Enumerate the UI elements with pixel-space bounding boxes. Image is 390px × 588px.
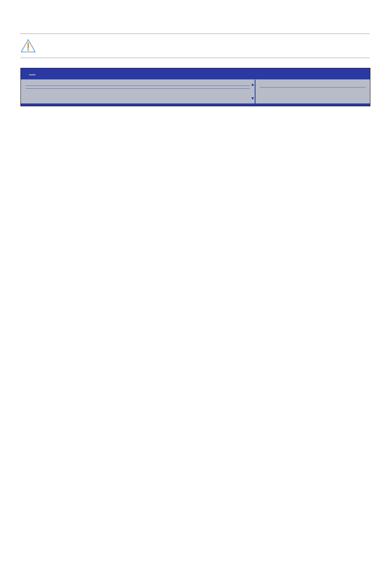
bios-scrollbar[interactable]: ▲ ▼ <box>250 80 256 103</box>
bios-tab-advanced[interactable] <box>29 74 36 75</box>
svg-point-2 <box>27 49 29 51</box>
bios-tab-row <box>21 71 370 79</box>
section-heading <box>20 12 370 26</box>
bios-window: ▲ ▼ <box>20 68 370 106</box>
bios-help-panel <box>256 80 370 103</box>
caution-note <box>20 34 370 58</box>
page-footer <box>0 127 390 138</box>
bios-warning <box>26 85 250 89</box>
caution-icon <box>20 39 36 53</box>
scroll-up-icon[interactable]: ▲ <box>251 82 254 87</box>
bios-settings-panel: ▲ ▼ <box>21 80 256 103</box>
bios-footer <box>21 103 370 106</box>
bios-key-legend <box>260 87 366 90</box>
scroll-down-icon[interactable]: ▼ <box>251 96 254 101</box>
